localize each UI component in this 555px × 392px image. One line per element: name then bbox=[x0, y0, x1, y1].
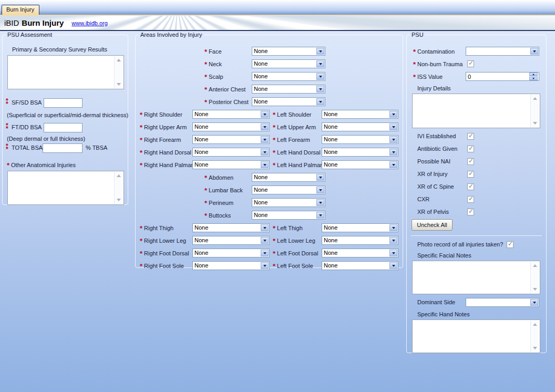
right-lower-leg-dropdown[interactable]: None bbox=[192, 236, 270, 245]
left-lower-leg-dropdown[interactable]: None bbox=[322, 236, 398, 245]
chevron-down-icon[interactable] bbox=[316, 86, 324, 92]
scroll-down-icon[interactable] bbox=[117, 199, 121, 201]
chevron-down-icon[interactable] bbox=[389, 123, 397, 130]
scrollbar[interactable] bbox=[114, 172, 123, 204]
sfsd-bsa-input[interactable] bbox=[44, 98, 83, 108]
chevron-down-icon[interactable] bbox=[530, 299, 538, 306]
chevron-down-icon[interactable] bbox=[316, 199, 324, 206]
left-hand-palmar-dropdown[interactable]: None bbox=[322, 160, 398, 169]
xr-of-c-spine-checkbox[interactable] bbox=[467, 183, 474, 190]
chevron-down-icon[interactable] bbox=[261, 161, 269, 168]
scrollbar[interactable] bbox=[530, 95, 539, 127]
scrollbar[interactable] bbox=[530, 321, 539, 352]
antibiotic-given-checkbox[interactable] bbox=[467, 146, 474, 152]
left-upper-arm-dropdown[interactable]: None bbox=[322, 122, 398, 131]
chevron-down-icon[interactable] bbox=[316, 174, 324, 181]
chevron-down-icon[interactable] bbox=[261, 136, 269, 143]
right-hand-dorsal-dropdown[interactable]: None bbox=[192, 148, 270, 157]
spin-up-icon[interactable] bbox=[529, 73, 538, 76]
chevron-down-icon[interactable] bbox=[316, 48, 324, 55]
chevron-down-icon[interactable] bbox=[389, 111, 397, 118]
face-dropdown[interactable]: None bbox=[252, 47, 325, 56]
chevron-down-icon[interactable] bbox=[261, 224, 269, 231]
lumbar-back-dropdown[interactable]: None bbox=[252, 185, 325, 194]
website-link[interactable]: www.ibidb.org bbox=[71, 20, 107, 26]
left-forearm-dropdown[interactable]: None bbox=[322, 135, 398, 144]
chevron-down-icon[interactable] bbox=[389, 136, 397, 143]
chevron-down-icon[interactable] bbox=[261, 262, 269, 269]
other-injuries-textarea[interactable] bbox=[8, 172, 114, 204]
non-burn-trauma-checkbox[interactable] bbox=[467, 60, 474, 67]
chevron-down-icon[interactable] bbox=[389, 237, 397, 244]
chevron-down-icon[interactable] bbox=[389, 149, 397, 156]
scroll-up-icon[interactable] bbox=[533, 264, 537, 267]
buttocks-dropdown[interactable]: None bbox=[252, 211, 325, 220]
perineum-dropdown[interactable]: None bbox=[252, 198, 325, 207]
right-thigh-dropdown[interactable]: None bbox=[192, 223, 270, 232]
scalp-dropdown[interactable]: None bbox=[252, 72, 325, 81]
left-thigh-dropdown[interactable]: None bbox=[322, 223, 398, 232]
left-foot-dorsal-dropdown[interactable]: None bbox=[322, 249, 398, 257]
right-foot-dorsal-dropdown[interactable]: None bbox=[192, 249, 270, 257]
neck-dropdown[interactable]: None bbox=[252, 59, 325, 68]
area-row: *NeckNone bbox=[136, 59, 403, 68]
cxr-checkbox[interactable] bbox=[467, 196, 474, 203]
scroll-down-icon[interactable] bbox=[533, 347, 537, 349]
chevron-down-icon[interactable] bbox=[316, 73, 324, 80]
chevron-down-icon[interactable] bbox=[316, 98, 324, 105]
posterior-chest-dropdown[interactable]: None bbox=[252, 97, 325, 106]
chevron-down-icon[interactable] bbox=[389, 224, 397, 231]
left-foot-sole-dropdown[interactable]: None bbox=[322, 261, 398, 270]
injury-details-textarea[interactable] bbox=[413, 95, 530, 127]
dropdown-value: None bbox=[254, 47, 315, 55]
ivi-established-checkbox[interactable] bbox=[467, 133, 474, 140]
tab-burn-injury[interactable]: Burn Injury bbox=[2, 5, 39, 15]
chevron-down-icon[interactable] bbox=[389, 161, 397, 168]
ftdd-bsa-input[interactable] bbox=[44, 123, 83, 132]
scroll-up-icon[interactable] bbox=[117, 59, 121, 61]
xr-of-pelvis-checkbox[interactable] bbox=[467, 209, 474, 215]
scroll-up-icon[interactable] bbox=[117, 174, 121, 177]
right-hand-palmar-dropdown[interactable]: None bbox=[192, 160, 270, 169]
spin-down-icon[interactable] bbox=[529, 77, 538, 80]
left-hand-dorsal-dropdown[interactable]: None bbox=[322, 148, 398, 157]
scroll-down-icon[interactable] bbox=[533, 288, 537, 291]
possible-nai-checkbox[interactable] bbox=[467, 158, 474, 165]
iss-value-input[interactable] bbox=[466, 72, 539, 81]
chevron-down-icon[interactable] bbox=[389, 262, 397, 269]
scrollbar[interactable] bbox=[114, 56, 123, 88]
hand-notes-textarea[interactable] bbox=[413, 321, 530, 352]
chevron-down-icon[interactable] bbox=[261, 237, 269, 244]
area-row: *Right Lower LegNone*Left Lower LegNone bbox=[136, 236, 403, 245]
scroll-up-icon[interactable] bbox=[533, 323, 537, 326]
chevron-down-icon[interactable] bbox=[316, 60, 324, 67]
right-upper-arm-dropdown[interactable]: None bbox=[192, 122, 270, 131]
left-shoulder-dropdown[interactable]: None bbox=[322, 110, 398, 119]
right-shoulder-dropdown[interactable]: None bbox=[192, 110, 270, 119]
tab-strip: Burn Injury bbox=[0, 0, 555, 15]
chevron-down-icon[interactable] bbox=[261, 149, 269, 156]
right-foot-sole-dropdown[interactable]: None bbox=[192, 261, 270, 270]
dominant-side-dropdown[interactable] bbox=[466, 298, 539, 307]
xr-of-injury-checkbox[interactable] bbox=[467, 171, 474, 178]
scroll-down-icon[interactable] bbox=[533, 122, 537, 125]
chevron-down-icon[interactable] bbox=[261, 111, 269, 118]
chevron-down-icon[interactable] bbox=[316, 187, 324, 193]
scrollbar[interactable] bbox=[530, 262, 539, 293]
anterior-chest-dropdown[interactable]: None bbox=[252, 85, 325, 94]
uncheck-all-button[interactable]: Uncheck All bbox=[412, 219, 453, 231]
scroll-down-icon[interactable] bbox=[117, 83, 121, 86]
photo-record-checkbox[interactable] bbox=[507, 241, 513, 248]
facial-notes-textarea[interactable] bbox=[413, 262, 530, 293]
total-bsa-input[interactable] bbox=[43, 143, 83, 153]
chevron-down-icon[interactable] bbox=[316, 212, 324, 219]
contamination-dropdown[interactable] bbox=[466, 47, 539, 56]
chevron-down-icon[interactable] bbox=[261, 250, 269, 256]
survey-results-textarea[interactable] bbox=[8, 56, 114, 88]
right-forearm-dropdown[interactable]: None bbox=[192, 135, 270, 144]
chevron-down-icon[interactable] bbox=[530, 48, 538, 55]
chevron-down-icon[interactable] bbox=[261, 123, 269, 130]
scroll-up-icon[interactable] bbox=[533, 97, 537, 100]
chevron-down-icon[interactable] bbox=[389, 250, 397, 256]
abdomen-dropdown[interactable]: None bbox=[252, 173, 325, 182]
